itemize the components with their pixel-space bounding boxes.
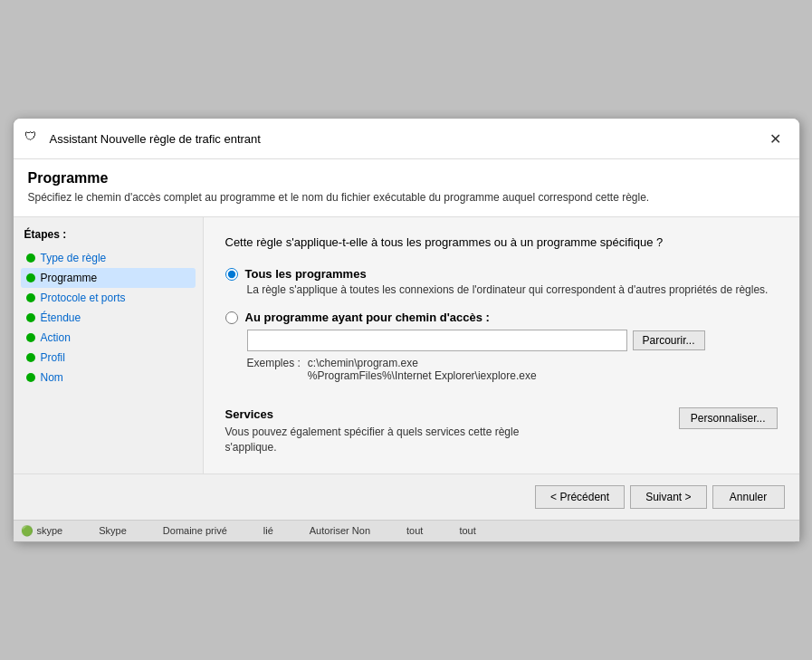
sidebar-item-label-nom: Nom: [41, 371, 63, 384]
close-button[interactable]: ✕: [763, 126, 788, 151]
option2-label[interactable]: Au programme ayant pour chemin d'accès :: [245, 311, 490, 324]
cancel-button[interactable]: Annuler: [712, 485, 785, 509]
sidebar-item-action[interactable]: Action: [21, 328, 196, 348]
step-dot-etendue: [26, 313, 35, 322]
window-icon: 🛡: [24, 129, 43, 148]
dialog-window: 🛡 Assistant Nouvelle règle de trafic ent…: [13, 118, 800, 541]
option1-label[interactable]: Tous les programmes: [245, 267, 367, 281]
body: Étapes : Type de règle Programme Protoco…: [14, 217, 799, 473]
bottom-icon-1: 🟢: [21, 525, 33, 537]
bottom-text-6: tout: [406, 525, 423, 536]
bottom-item-6: tout: [406, 525, 423, 536]
header-title: Programme: [28, 170, 785, 187]
title-bar: 🛡 Assistant Nouvelle règle de trafic ent…: [14, 119, 799, 159]
option-group: Tous les programmes La règle s'applique …: [225, 267, 778, 382]
sidebar-item-protocole[interactable]: Protocole et ports: [21, 288, 196, 308]
bottom-item-3: Domaine privé: [163, 525, 227, 536]
example2: %ProgramFiles%\Internet Explorer\iexplor…: [308, 369, 537, 382]
sidebar-item-label-etendue: Étendue: [41, 311, 81, 324]
examples-label: Exemples :: [247, 357, 301, 382]
bottom-item-1: 🟢 skype: [21, 525, 63, 537]
header-section: Programme Spécifiez le chemin d'accès co…: [14, 159, 799, 217]
sidebar-item-label-type: Type de règle: [41, 252, 107, 264]
bottom-text-3: Domaine privé: [163, 525, 227, 536]
sidebar-item-label-profil: Profil: [41, 351, 65, 364]
bottom-text-1: skype: [37, 525, 63, 536]
sidebar-item-profil[interactable]: Profil: [21, 348, 196, 368]
steps-label: Étapes :: [21, 228, 196, 241]
path-input[interactable]: [247, 330, 627, 351]
sidebar: Étapes : Type de règle Programme Protoco…: [14, 217, 204, 473]
option2-row: Au programme ayant pour chemin d'accès :: [225, 311, 778, 324]
customize-button[interactable]: Personnaliser...: [679, 407, 778, 429]
radio-specific-program[interactable]: [225, 311, 238, 324]
header-description: Spécifiez le chemin d'accès complet au p…: [28, 190, 785, 206]
bottom-text-7: tout: [459, 525, 475, 536]
sidebar-item-label-action: Action: [41, 331, 71, 344]
services-left: Services Vous pouvez également spécifier…: [225, 407, 569, 455]
step-dot-programme: [26, 273, 35, 282]
examples-values: c:\chemin\program.exe %ProgramFiles%\Int…: [308, 357, 537, 382]
example1: c:\chemin\program.exe: [308, 357, 537, 369]
services-title: Services: [225, 407, 569, 421]
bottom-item-5: Autoriser Non: [310, 525, 370, 536]
step-dot-action: [26, 333, 35, 342]
browse-button[interactable]: Parcourir...: [633, 330, 705, 350]
window-title: Assistant Nouvelle règle de trafic entra…: [50, 132, 261, 146]
bottom-text-5: Autoriser Non: [310, 525, 370, 536]
next-button[interactable]: Suivant >: [630, 485, 706, 509]
bottom-bar: 🟢 skype Skype Domaine privé lié Autorise…: [14, 520, 799, 541]
bottom-item-2: Skype: [99, 525, 127, 536]
sidebar-item-etendue[interactable]: Étendue: [21, 308, 196, 328]
prev-button[interactable]: < Précédent: [535, 485, 625, 509]
option-specific-program: Au programme ayant pour chemin d'accès :…: [225, 311, 778, 382]
step-dot-nom: [26, 373, 35, 382]
step-dot-type: [26, 253, 35, 263]
sidebar-item-label-protocole: Protocole et ports: [41, 292, 126, 304]
step-dot-profil: [26, 353, 35, 362]
examples-section: Exemples : c:\chemin\program.exe %Progra…: [247, 357, 778, 382]
bottom-item-7: tout: [459, 525, 475, 536]
bottom-item-4: lié: [263, 525, 273, 536]
title-bar-left: 🛡 Assistant Nouvelle règle de trafic ent…: [24, 129, 261, 148]
sidebar-item-type[interactable]: Type de règle: [21, 248, 196, 268]
path-row: Parcourir...: [247, 330, 778, 351]
option1-row: Tous les programmes: [225, 267, 778, 281]
services-section: Services Vous pouvez également spécifier…: [225, 407, 778, 455]
sidebar-item-label-programme: Programme: [41, 272, 98, 284]
sidebar-item-programme[interactable]: Programme: [21, 268, 196, 288]
option1-description: La règle s'applique à toutes les connexi…: [247, 282, 778, 298]
option-all-programs: Tous les programmes La règle s'applique …: [225, 267, 778, 298]
examples-row: Exemples : c:\chemin\program.exe %Progra…: [247, 357, 778, 382]
radio-all-programs[interactable]: [225, 268, 238, 281]
footer: < Précédent Suivant > Annuler: [14, 473, 799, 520]
sidebar-item-nom[interactable]: Nom: [21, 368, 196, 387]
main-content: Cette règle s'applique-t-elle à tous les…: [204, 217, 799, 473]
services-description: Vous pouvez également spécifier à quels …: [225, 425, 569, 455]
bottom-text-4: lié: [263, 525, 273, 536]
bottom-text-2: Skype: [99, 525, 127, 536]
question-text: Cette règle s'applique-t-elle à tous les…: [225, 235, 778, 249]
step-dot-protocole: [26, 293, 35, 302]
